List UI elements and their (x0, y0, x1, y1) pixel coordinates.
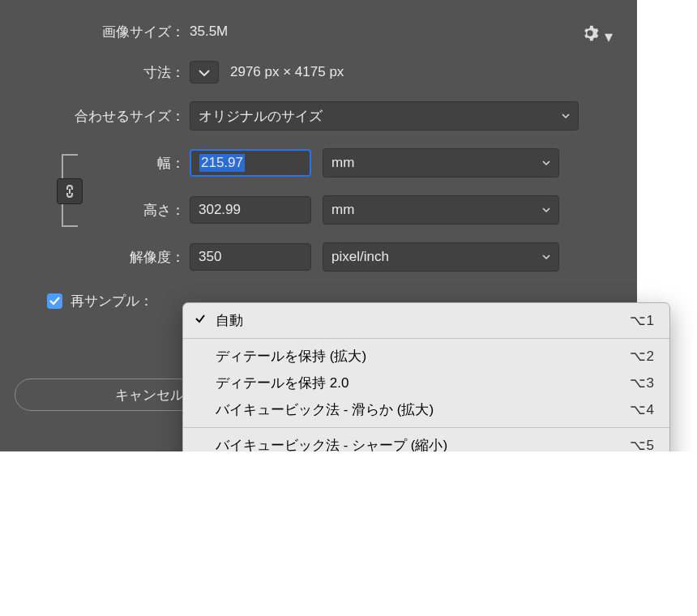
resolution-input[interactable]: 350 (190, 243, 311, 271)
width-unit-value: mm (331, 155, 354, 171)
fit-to-value: オリジナルのサイズ (199, 107, 323, 126)
height-unit-value: mm (331, 202, 354, 218)
dimensions-label: 寸法： (23, 63, 190, 82)
dimensions-value: 2976 px × 4175 px (230, 64, 344, 80)
menu-item-shortcut: ⌥1 (630, 312, 655, 329)
chevron-down-icon (542, 202, 550, 218)
menu-item-shortcut: ⌥5 (630, 437, 655, 451)
link-constraint-button[interactable] (57, 178, 83, 204)
menu-item[interactable]: バイキュービック法 - 滑らか (拡大)⌥4 (183, 396, 669, 423)
menu-separator (183, 338, 669, 339)
dimensions-toggle-button[interactable] (190, 61, 219, 83)
menu-item[interactable]: 自動⌥1 (183, 307, 669, 334)
resolution-unit-value: pixel/inch (331, 249, 389, 265)
menu-item[interactable]: ディテールを保持 (拡大)⌥2 (183, 343, 669, 370)
menu-item[interactable]: バイキュービック法 - シャープ (縮小)⌥5 (183, 432, 669, 451)
menu-item-label: ディテールを保持 (拡大) (216, 347, 366, 366)
menu-item-label: ディテールを保持 2.0 (216, 374, 348, 392)
menu-item-label: バイキュービック法 - 滑らか (拡大) (216, 400, 434, 419)
fit-to-label: 合わせるサイズ： (23, 107, 190, 126)
resample-method-menu: 自動⌥1ディテールを保持 (拡大)⌥2ディテールを保持 2.0⌥3バイキュービッ… (182, 302, 670, 451)
settings-gear-button[interactable]: ▾ (581, 24, 613, 46)
resolution-unit-select[interactable]: pixel/inch (323, 242, 559, 272)
menu-item-shortcut: ⌥3 (630, 374, 655, 391)
width-label: 幅： (23, 154, 190, 173)
menu-item-shortcut: ⌥4 (630, 401, 655, 418)
menu-item[interactable]: ディテールを保持 2.0⌥3 (183, 370, 669, 396)
height-unit-select[interactable]: mm (323, 195, 559, 225)
height-input[interactable]: 302.99 (190, 196, 311, 224)
menu-separator (183, 427, 669, 428)
resample-label: 再サンプル： (71, 292, 158, 310)
link-constraint-bracket (57, 154, 100, 227)
menu-item-label: バイキュービック法 - シャープ (縮小) (216, 436, 447, 451)
width-input[interactable]: 215.97 (190, 149, 311, 177)
image-size-value: 35.5M (190, 24, 228, 40)
height-value: 302.99 (199, 202, 241, 218)
image-size-label: 画像サイズ： (23, 23, 190, 41)
cancel-label: キャンセル (115, 386, 184, 404)
check-icon (195, 312, 206, 328)
resolution-value: 350 (199, 249, 221, 265)
chevron-down-icon (542, 155, 550, 171)
image-size-dialog: ▾ 画像サイズ： 35.5M 寸法： 2976 px × 4175 px 合わせ… (0, 0, 637, 451)
resample-checkbox[interactable] (47, 293, 62, 309)
width-unit-select[interactable]: mm (323, 148, 559, 178)
height-label: 高さ： (23, 201, 190, 220)
menu-item-label: 自動 (216, 311, 243, 330)
chevron-down-icon (542, 249, 550, 265)
width-value: 215.97 (199, 154, 245, 172)
menu-item-shortcut: ⌥2 (630, 348, 655, 365)
fit-to-select[interactable]: オリジナルのサイズ (190, 101, 579, 130)
resolution-label: 解像度： (23, 248, 190, 267)
chevron-down-icon (562, 108, 570, 124)
